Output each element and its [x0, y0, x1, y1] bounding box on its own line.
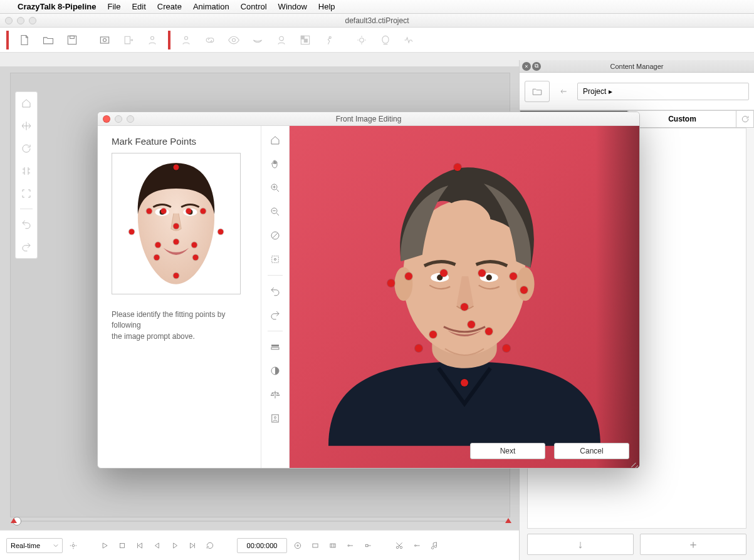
- feature-point-handle[interactable]: [461, 303, 468, 311]
- apply-content-button[interactable]: ↓: [527, 534, 634, 555]
- open-file-button[interactable]: [38, 31, 59, 49]
- feature-point-handle[interactable]: [468, 321, 475, 328]
- feature-point-handle[interactable]: [387, 279, 395, 287]
- menu-create[interactable]: Create: [157, 2, 182, 11]
- preview-button[interactable]: [94, 31, 115, 49]
- loop-button[interactable]: [203, 539, 217, 552]
- voice-tool-button[interactable]: [375, 31, 396, 49]
- redo-button[interactable]: [19, 239, 34, 254]
- cm-dock-button[interactable]: ⧉: [532, 62, 541, 71]
- cancel-button[interactable]: Cancel: [554, 443, 629, 459]
- cm-close-button[interactable]: ×: [522, 62, 531, 71]
- prev-frame-button[interactable]: [150, 539, 164, 552]
- menu-animation[interactable]: Animation: [193, 2, 229, 11]
- feature-point-handle[interactable]: [429, 331, 437, 338]
- new-file-button[interactable]: [14, 31, 35, 49]
- undo-button[interactable]: [19, 217, 34, 232]
- pan-button[interactable]: [267, 156, 283, 172]
- link-tool-button[interactable]: [199, 31, 221, 49]
- cut-button[interactable]: [392, 539, 406, 552]
- auto-tool-button[interactable]: [399, 31, 420, 49]
- music-note-icon[interactable]: [427, 539, 441, 552]
- play-button[interactable]: [98, 539, 112, 552]
- undo-edit-button[interactable]: [267, 283, 283, 299]
- motion-tool-button[interactable]: [318, 31, 340, 49]
- next-frame-button[interactable]: [168, 539, 182, 552]
- feature-point-handle[interactable]: [461, 379, 468, 386]
- rotate-view-button[interactable]: [19, 141, 34, 156]
- timeline-end-marker[interactable]: [505, 518, 511, 523]
- portrait-crop-button[interactable]: [267, 410, 283, 427]
- audio-tool-button[interactable]: [351, 31, 372, 49]
- resize-handle[interactable]: [631, 459, 638, 467]
- feature-point-handle[interactable]: [405, 272, 412, 280]
- document-titlebar: default3d.ctiProject: [0, 14, 754, 28]
- photo-canvas[interactable]: [290, 126, 639, 468]
- timecode-settings-button[interactable]: [291, 539, 305, 552]
- settings-icon[interactable]: [66, 539, 80, 552]
- move-view-button[interactable]: [19, 118, 34, 133]
- modal-minimize-button[interactable]: [115, 115, 122, 123]
- feature-point-handle[interactable]: [510, 272, 517, 280]
- marker-a-button[interactable]: [308, 539, 322, 552]
- actor-button[interactable]: [142, 31, 163, 49]
- next-button[interactable]: Next: [470, 443, 545, 459]
- playback-mode-select[interactable]: Real-time: [6, 538, 63, 553]
- go-start-button[interactable]: [133, 539, 147, 552]
- feature-point-handle[interactable]: [440, 269, 448, 277]
- contrast-button[interactable]: [267, 363, 283, 379]
- eye-tool-button[interactable]: [223, 31, 244, 49]
- range-box-icon[interactable]: [361, 539, 375, 552]
- close-window-button[interactable]: [5, 17, 13, 24]
- deselect-button[interactable]: [267, 227, 283, 244]
- content-path-field[interactable]: Project ▸: [577, 83, 749, 100]
- zoom-window-button[interactable]: [29, 17, 36, 24]
- feature-point-handle[interactable]: [520, 286, 528, 294]
- export-button[interactable]: [118, 31, 139, 49]
- marker-b-button[interactable]: [326, 539, 340, 552]
- content-manager-footer: ↓ ＋: [527, 534, 746, 555]
- fit-view-button[interactable]: [267, 132, 283, 148]
- add-content-button[interactable]: ＋: [640, 534, 746, 555]
- menu-help[interactable]: Help: [318, 2, 335, 11]
- volume-slider-icon[interactable]: [410, 539, 424, 552]
- document-title: default3d.ctiProject: [345, 16, 409, 25]
- tab-custom[interactable]: Custom: [628, 110, 736, 128]
- save-file-button[interactable]: [61, 31, 83, 49]
- stop-button[interactable]: [115, 539, 129, 552]
- modal-close-button[interactable]: [103, 115, 110, 123]
- timeline-slider[interactable]: [13, 515, 510, 527]
- zoom-out-button[interactable]: [267, 204, 283, 220]
- checker-tool-button[interactable]: [295, 31, 316, 49]
- timecode-display[interactable]: 00:00:000: [237, 538, 287, 553]
- go-end-button[interactable]: [186, 539, 199, 552]
- scale-view-button[interactable]: [19, 163, 34, 179]
- range-slider-icon[interactable]: [343, 539, 357, 552]
- menu-control[interactable]: Control: [241, 2, 267, 11]
- redo-edit-button[interactable]: [267, 307, 283, 323]
- selection-grid-button[interactable]: [267, 251, 283, 267]
- folder-icon[interactable]: [525, 81, 550, 102]
- face-tool-button[interactable]: [271, 31, 292, 49]
- balance-button[interactable]: [267, 386, 283, 403]
- menu-window[interactable]: Window: [278, 2, 307, 11]
- feature-point-handle[interactable]: [478, 269, 486, 277]
- frame-view-button[interactable]: [19, 186, 34, 201]
- home-view-button[interactable]: [19, 96, 34, 111]
- app-name[interactable]: CrazyTalk 8-Pipeline: [18, 2, 96, 11]
- head-tool-button[interactable]: [175, 31, 197, 49]
- menu-file[interactable]: File: [107, 2, 120, 11]
- mouth-tool-button[interactable]: [247, 31, 268, 49]
- zoom-in-button[interactable]: [267, 180, 283, 196]
- compare-button[interactable]: [267, 339, 283, 355]
- menu-edit[interactable]: Edit: [132, 2, 145, 11]
- back-icon[interactable]: [556, 87, 571, 96]
- feature-point-handle[interactable]: [415, 345, 422, 352]
- feature-point-handle[interactable]: [454, 163, 461, 171]
- modal-zoom-button[interactable]: [127, 115, 134, 123]
- minimize-window-button[interactable]: [17, 17, 24, 24]
- feature-point-handle[interactable]: [485, 328, 493, 335]
- timeline-start-marker[interactable]: [11, 518, 17, 523]
- feature-point-handle[interactable]: [503, 345, 510, 352]
- refresh-button[interactable]: [736, 110, 754, 128]
